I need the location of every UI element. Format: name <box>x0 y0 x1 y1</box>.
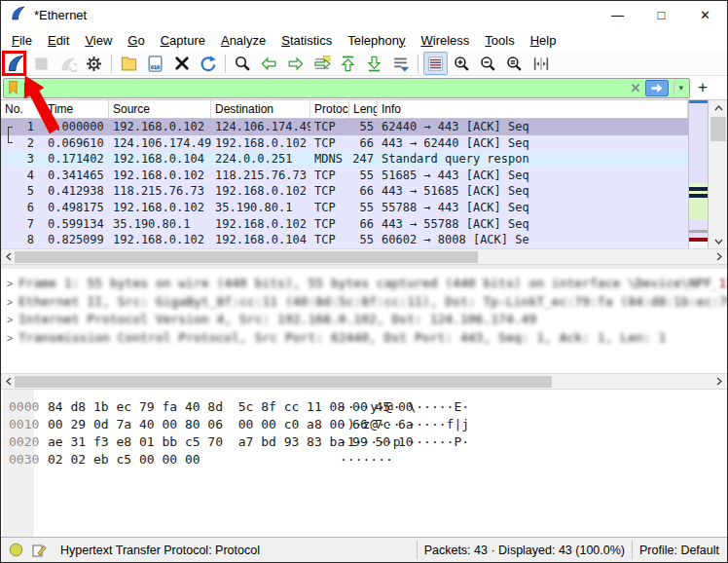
menu-file[interactable]: File <box>4 30 40 51</box>
column-header-source[interactable]: Source <box>109 100 211 118</box>
packet-row-7[interactable]: 70.59913435.190.80.1192.168.0.102TCP6644… <box>1 216 688 233</box>
hex-ascii[interactable]: ·)·z@··· ·····f|j <box>340 416 469 433</box>
menu-view[interactable]: View <box>77 30 120 51</box>
find-packet-button[interactable] <box>231 52 255 75</box>
scroll-up-icon[interactable] <box>709 100 728 115</box>
packet-row-3[interactable]: 30.171402192.168.0.104224.0.0.251MDNS247… <box>1 151 688 168</box>
hex-ascii[interactable]: ····y·@· \·····E· <box>340 398 469 416</box>
status-field-text: Hypertext Transfer Protocol: Protocol <box>60 544 260 557</box>
packet-row-5[interactable]: 50.412938118.215.76.73192.168.0.102TCP66… <box>1 183 688 200</box>
hex-row[interactable]: 0020ae 31 f3 e8 01 bb c5 70 a7 bd 93 83 … <box>1 433 727 451</box>
packet-list-vertical-scrollbar[interactable] <box>709 100 728 248</box>
go-first-button[interactable] <box>336 52 360 75</box>
svg-text:010: 010 <box>151 64 160 70</box>
go-back-button[interactable] <box>257 52 281 75</box>
hex-bytes[interactable]: 02 02 eb c5 00 00 00 <box>40 451 340 469</box>
zoom-in-button[interactable] <box>450 52 474 75</box>
menu-tools[interactable]: Tools <box>477 30 522 51</box>
display-filter-input[interactable] <box>19 81 626 95</box>
scroll-right-icon[interactable] <box>711 374 727 389</box>
hex-bytes[interactable]: 00 29 0d 7a 40 00 80 06 00 00 c0 a8 00 6… <box>40 416 340 433</box>
column-header-destination[interactable]: Destination <box>211 100 310 118</box>
go-forward-button[interactable] <box>283 52 308 75</box>
details-horizontal-scrollbar[interactable] <box>1 373 727 390</box>
horizontal-scrollbar-thumb[interactable] <box>15 251 478 263</box>
menu-telephony[interactable]: Telephony <box>340 30 413 51</box>
packet-cell-destination: 192.168.0.102 <box>211 216 310 233</box>
hex-row[interactable]: 000084 d8 1b ec 79 fa 40 8d 5c 8f cc 11 … <box>1 398 727 416</box>
column-header-length[interactable]: Length <box>349 100 378 118</box>
menu-help[interactable]: Help <box>523 30 564 51</box>
packet-row-1[interactable]: 10.000000192.168.0.102124.106.174.49TCP5… <box>1 119 688 135</box>
packet-cell-protocol: TCP <box>310 200 349 216</box>
packet-row-4[interactable]: 40.341465192.168.0.102118.215.76.73TCP55… <box>1 168 688 184</box>
packet-cell-no: 6 <box>1 200 44 216</box>
hex-row[interactable]: 001000 29 0d 7a 40 00 80 06 00 00 c0 a8 … <box>1 416 727 433</box>
menu-bar: FileEditViewGoCaptureAnalyzeStatisticsTe… <box>1 28 727 52</box>
packet-cell-protocol: TCP <box>310 232 349 248</box>
title-bar[interactable]: *Ethernet — □ ✕ <box>1 1 727 28</box>
detail-tree-row[interactable]: >Frame 1: 55 bytes on wire (440 bits), 5… <box>1 275 727 293</box>
zoom-reset-button[interactable] <box>502 52 527 75</box>
hex-ascii[interactable]: ·1·····p ······P· <box>340 433 469 451</box>
zoom-out-button[interactable] <box>476 52 500 75</box>
menu-go[interactable]: Go <box>120 30 152 51</box>
scroll-down-icon[interactable] <box>709 234 728 248</box>
display-filter-field[interactable]: ✕ ▾ <box>3 78 690 98</box>
column-header-info[interactable]: Info <box>378 100 688 118</box>
horizontal-scrollbar-thumb[interactable] <box>15 376 552 388</box>
menu-wireless[interactable]: Wireless <box>414 30 478 51</box>
expand-chevron-icon[interactable]: > <box>1 311 18 329</box>
hex-row[interactable]: 003002 02 eb c5 00 00 00······· <box>1 451 727 469</box>
packet-minimap-scrollbar[interactable] <box>688 100 709 248</box>
maximize-button[interactable]: □ <box>639 1 683 28</box>
capture-comment-icon[interactable] <box>31 543 47 558</box>
go-to-packet-button[interactable] <box>309 52 334 75</box>
filter-clear-icon[interactable]: ✕ <box>626 81 646 95</box>
close-button[interactable]: ✕ <box>683 1 727 28</box>
colorize-button[interactable] <box>423 52 448 75</box>
packet-row-2[interactable]: 20.069610124.106.174.49192.168.0.102TCP6… <box>1 135 688 152</box>
expert-info-icon[interactable] <box>9 543 23 557</box>
file-open-button[interactable] <box>117 52 141 75</box>
reload-button[interactable] <box>196 52 220 75</box>
filter-apply-button[interactable] <box>645 80 669 96</box>
hex-ascii[interactable]: ······· <box>340 451 393 469</box>
go-last-button[interactable] <box>362 52 386 75</box>
zoom-out-icon <box>479 55 497 73</box>
packet-cell-no: 3 <box>1 151 44 168</box>
detail-tree-row[interactable]: >Internet Protocol Version 4, Src: 192.1… <box>1 311 727 329</box>
file-save-button[interactable]: 010 <box>143 52 167 75</box>
menu-analyze[interactable]: Analyze <box>213 30 273 51</box>
go-last-icon <box>365 55 383 73</box>
expand-chevron-icon[interactable]: > <box>1 329 18 348</box>
column-header-protocol[interactable]: Protocol <box>310 100 349 118</box>
packet-row-6[interactable]: 60.498175192.168.0.10235.190.80.1TCP5555… <box>1 200 688 216</box>
scroll-right-icon[interactable] <box>711 249 727 264</box>
hex-bytes[interactable]: ae 31 f3 e8 01 bb c5 70 a7 bd 93 83 ba 9… <box>40 433 340 451</box>
file-close-button[interactable] <box>169 52 194 75</box>
vertical-scrollbar-thumb[interactable] <box>710 117 726 141</box>
menu-capture[interactable]: Capture <box>153 30 213 51</box>
packet-cell-length: 66 <box>349 183 378 200</box>
hex-bytes[interactable]: 84 d8 1b ec 79 fa 40 8d 5c 8f cc 11 08 0… <box>40 398 340 416</box>
capture-stop-button <box>29 52 54 75</box>
packet-cell-destination: 124.106.174.49 <box>211 119 310 135</box>
packet-cell-info: 62440 → 443 [ACK] Seq <box>378 119 688 135</box>
file-close-icon <box>173 55 191 72</box>
menu-edit[interactable]: Edit <box>40 30 77 51</box>
filter-add-button[interactable]: + <box>690 78 715 97</box>
packet-row-8[interactable]: 80.825099192.168.0.102192.168.0.104TCP55… <box>1 232 688 248</box>
expand-chevron-icon[interactable]: > <box>1 275 18 293</box>
packet-list-horizontal-scrollbar[interactable] <box>1 248 727 265</box>
profile-text[interactable]: Profile: Default <box>639 544 719 557</box>
filter-dropdown-icon[interactable]: ▾ <box>673 81 689 95</box>
detail-tree-row[interactable]: >Ethernet II, Src: GigaByt_8f:cc:11 (40:… <box>1 293 727 312</box>
expand-chevron-icon[interactable]: > <box>1 293 18 312</box>
detail-tree-row[interactable]: >Transmission Control Protocol, Src Port… <box>1 329 727 348</box>
auto-scroll-button[interactable] <box>388 52 413 75</box>
capture-options-button[interactable] <box>82 52 106 75</box>
minimize-button[interactable]: — <box>596 1 639 28</box>
menu-statistics[interactable]: Statistics <box>273 30 340 51</box>
resize-columns-button[interactable] <box>528 52 553 75</box>
